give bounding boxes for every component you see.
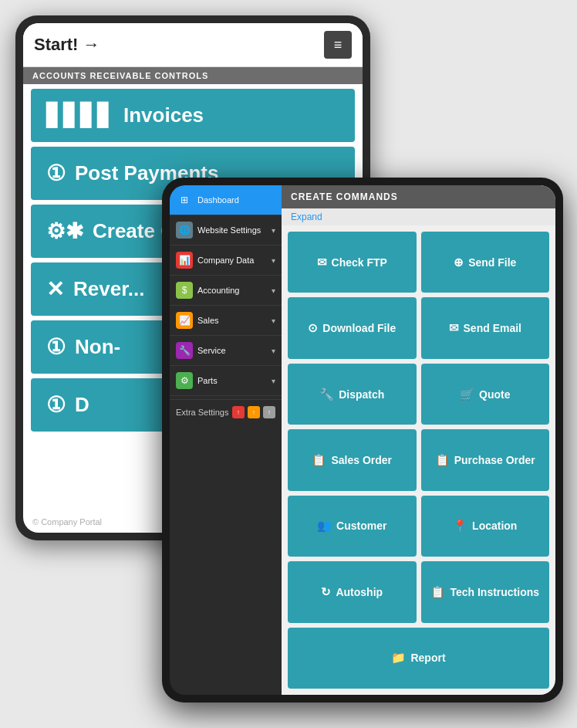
chevron-down-icon: ▾ [272, 347, 275, 355]
payment-icon: ① [46, 161, 66, 186]
panel-header: CREATE COMMANDS [282, 185, 555, 208]
autoship-label: Autoship [336, 586, 383, 598]
d-label: D [75, 393, 89, 417]
menu-icon[interactable]: ≡ [324, 31, 352, 59]
quote-icon: 🛒 [460, 388, 474, 401]
send-email-label: Send Email [464, 322, 521, 334]
invoices-label: Invoices [123, 103, 204, 127]
report-label: Report [410, 652, 445, 664]
report-button[interactable]: 📁 Report [288, 628, 549, 689]
send-file-button[interactable]: ⊕ Send File [421, 232, 550, 293]
dashboard-icon: ⊞ [176, 191, 193, 208]
sales-icon: 📈 [176, 312, 193, 329]
sidebar-item-website-settings[interactable]: 🌐 Website Settings ▾ [170, 215, 282, 245]
commands-grid: ✉ Check FTP ⊕ Send File ⊙ Download File … [282, 225, 555, 695]
sidebar-label-accounting: Accounting [197, 286, 267, 295]
extra-icons-group: ↑ ↑ ↑ [232, 406, 275, 418]
sidebar-item-parts[interactable]: ⚙ Parts ▾ [170, 366, 282, 396]
download-file-button[interactable]: ⊙ Download File [288, 297, 417, 358]
download-file-label: Download File [322, 322, 396, 334]
start-title: Start! → [34, 35, 100, 55]
company-icon: 📊 [176, 252, 193, 269]
main-panel: CREATE COMMANDS Expand ✉ Check FTP ⊕ Sen… [282, 185, 555, 695]
extra-settings-label: Extra Settings [176, 408, 228, 417]
dispatch-button[interactable]: 🔧 Dispatch [288, 364, 417, 425]
purchase-order-button[interactable]: 📋 Purchase Order [421, 429, 550, 490]
red-dot-icon: ↑ [232, 406, 245, 418]
download-icon: ⊙ [308, 321, 318, 335]
chevron-down-icon: ▾ [272, 377, 275, 385]
check-ftp-icon: ✉ [317, 256, 327, 269]
accounting-icon: $ [176, 282, 193, 299]
send-file-label: Send File [468, 256, 516, 269]
customer-button[interactable]: 👥 Customer [288, 496, 417, 557]
purchase-order-icon: 📋 [435, 453, 450, 467]
barcode-icon: ▋▋▋▋ [46, 103, 114, 128]
location-icon: 📍 [453, 519, 467, 533]
customer-label: Customer [336, 520, 386, 532]
sidebar: ⊞ Dashboard 🌐 Website Settings ▾ 📊 Compa… [170, 185, 282, 695]
autoship-button[interactable]: ↻ Autoship [288, 561, 417, 622]
report-icon: 📁 [391, 651, 406, 665]
footer-text: © Company Portal [32, 517, 102, 527]
sidebar-item-dashboard[interactable]: ⊞ Dashboard [170, 185, 282, 215]
sidebar-label-service: Service [197, 346, 267, 355]
expand-link[interactable]: Expand [282, 208, 555, 225]
invoices-button[interactable]: ▋▋▋▋ Invoices [31, 89, 355, 142]
tablet-back-header: Start! → ≡ [23, 23, 363, 67]
dispatch-icon: 🔧 [319, 388, 334, 401]
quote-button[interactable]: 🛒 Quote [421, 364, 550, 425]
gray-dot-icon: ↑ [263, 406, 275, 418]
sidebar-label-company: Company Data [197, 256, 267, 265]
tech-instructions-label: Tech Instructions [450, 586, 539, 598]
tablet-front: ⊞ Dashboard 🌐 Website Settings ▾ 📊 Compa… [162, 178, 563, 703]
non-icon: ① [46, 334, 66, 360]
location-label: Location [472, 520, 517, 532]
section-label: ACCOUNTS RECEIVABLE CONTROLS [23, 67, 363, 84]
sales-order-icon: 📋 [312, 453, 326, 467]
gear-icon: ⚙✱ [46, 218, 83, 244]
sales-order-button[interactable]: 📋 Sales Order [288, 429, 417, 490]
sidebar-item-service[interactable]: 🔧 Service ▾ [170, 336, 282, 366]
location-button[interactable]: 📍 Location [421, 496, 550, 557]
dispatch-label: Dispatch [339, 388, 384, 401]
non-label: Non- [75, 335, 120, 359]
website-icon: 🌐 [176, 222, 193, 239]
sidebar-label-dashboard: Dashboard [197, 195, 275, 205]
orange-dot-icon: ↑ [248, 406, 260, 418]
sidebar-label-parts: Parts [197, 376, 267, 385]
purchase-order-label: Purchase Order [454, 454, 535, 466]
quote-label: Quote [479, 388, 510, 401]
check-ftp-label: Check FTP [332, 256, 387, 269]
tech-icon: 📋 [430, 585, 445, 599]
service-icon: 🔧 [176, 342, 193, 359]
chevron-down-icon: ▾ [272, 317, 275, 325]
extra-settings: Extra Settings ↑ ↑ ↑ [170, 399, 282, 425]
sidebar-label-sales: Sales [197, 316, 267, 325]
send-email-button[interactable]: ✉ Send Email [421, 297, 550, 358]
tech-instructions-button[interactable]: 📋 Tech Instructions [421, 561, 550, 622]
autoship-icon: ↻ [321, 585, 331, 599]
sidebar-label-website: Website Settings [197, 225, 267, 235]
sidebar-item-sales[interactable]: 📈 Sales ▾ [170, 306, 282, 336]
chevron-down-icon: ▾ [272, 256, 275, 265]
email-icon: ✉ [449, 321, 459, 335]
d-icon: ① [46, 392, 66, 418]
customer-icon: 👥 [317, 519, 332, 533]
parts-icon: ⚙ [176, 372, 193, 389]
check-ftp-button[interactable]: ✉ Check FTP [288, 232, 417, 293]
chevron-down-icon: ▾ [272, 226, 275, 235]
reverse-label: Rever... [73, 277, 145, 301]
sales-order-label: Sales Order [331, 454, 392, 466]
x-icon: ✕ [46, 276, 64, 302]
sidebar-item-accounting[interactable]: $ Accounting ▾ [170, 276, 282, 306]
chevron-down-icon: ▾ [272, 286, 275, 295]
send-file-icon: ⊕ [454, 256, 464, 269]
sidebar-item-company-data[interactable]: 📊 Company Data ▾ [170, 245, 282, 276]
